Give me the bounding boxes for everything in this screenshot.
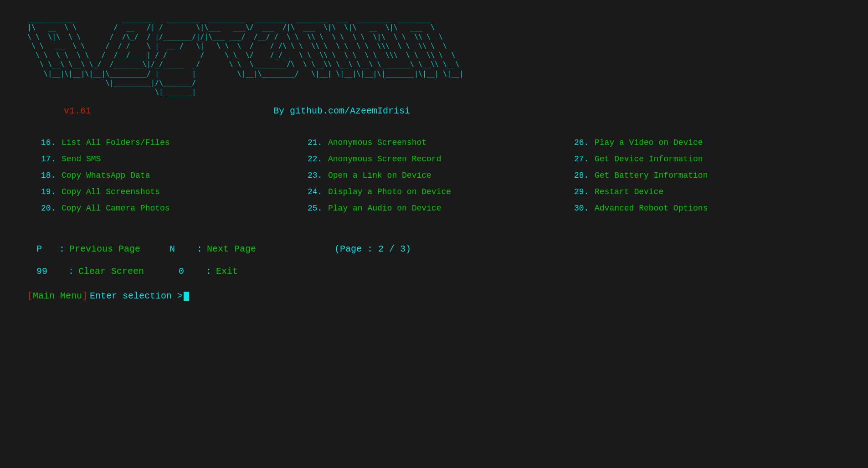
input-section[interactable]: [ Main Menu ] Enter selection >	[27, 291, 841, 301]
menu-item[interactable]: 19. Copy All Screenshots	[41, 184, 308, 200]
menu-item-label: Open a Link on Device	[328, 167, 431, 184]
menu-section: 16. List All Folders/Files17. Send SMS18…	[41, 134, 841, 216]
next-label: Next Page	[207, 239, 298, 259]
menu-item-label: Get Device Information	[595, 151, 703, 167]
menu-item-num: 23.	[308, 167, 328, 184]
menu-item-num: 20.	[41, 200, 62, 216]
prompt-text: Enter selection >	[90, 291, 183, 301]
menu-item[interactable]: 27. Get Device Information	[574, 151, 841, 167]
menu-item-num: 26.	[574, 134, 595, 151]
version-text: v1.61	[64, 106, 91, 116]
menu-col-1: 16. List All Folders/Files17. Send SMS18…	[41, 134, 308, 216]
clear-key: 99	[36, 262, 68, 282]
menu-item-label: Anonymous Screen Record	[328, 151, 441, 167]
menu-item-label: Play an Audio on Device	[328, 200, 441, 216]
menu-item-label: Anonymous Screenshot	[328, 134, 426, 151]
menu-item[interactable]: 23. Open a Link on Device	[308, 167, 574, 184]
clear-label: Clear Screen	[78, 262, 179, 282]
menu-item-num: 28.	[574, 167, 595, 184]
page-info: (Page : 2 / 3)	[334, 239, 411, 259]
menu-item-num: 30.	[574, 200, 595, 216]
menu-item[interactable]: 28. Get Battery Information	[574, 167, 841, 184]
by-text: By github.com/AzeemIdrisi	[273, 106, 410, 116]
menu-item-num: 25.	[308, 200, 328, 216]
menu-item[interactable]: 30. Advanced Reboot Options	[574, 200, 841, 216]
nav-row-page: P : Previous Page N : Next Page (Page : …	[36, 239, 841, 259]
menu-item-num: 19.	[41, 184, 62, 200]
menu-item[interactable]: 17. Send SMS	[41, 151, 308, 167]
menu-item-num: 17.	[41, 151, 62, 167]
menu-item-num: 21.	[308, 134, 328, 151]
menu-item[interactable]: 16. List All Folders/Files	[41, 134, 308, 151]
menu-item[interactable]: 21. Anonymous Screenshot	[308, 134, 574, 151]
clear-row: 99 : Clear Screen 0 : Exit	[36, 262, 841, 282]
menu-item-num: 29.	[574, 184, 595, 200]
menu-item[interactable]: 29. Restart Device	[574, 184, 841, 200]
menu-item-label: Copy WhatsApp Data	[62, 167, 150, 184]
menu-item[interactable]: 22. Anonymous Screen Record	[308, 151, 574, 167]
prompt-main-menu: Main Menu	[33, 291, 82, 301]
prompt-bracket-open: [	[27, 291, 33, 301]
nav-section: P : Previous Page N : Next Page (Page : …	[36, 239, 841, 282]
menu-item-label: Get Battery Information	[595, 167, 708, 184]
menu-item[interactable]: 24. Display a Photo on Device	[308, 184, 574, 200]
menu-item-label: Display a Photo on Device	[328, 184, 451, 200]
prev-key: P	[36, 239, 59, 259]
menu-item-num: 27.	[574, 151, 595, 167]
exit-label: Exit	[216, 262, 238, 282]
cursor	[184, 292, 189, 301]
menu-item-label: Copy All Camera Photos	[62, 200, 170, 216]
prompt-bracket-close: ]	[82, 291, 87, 301]
menu-item[interactable]: 18. Copy WhatsApp Data	[41, 167, 308, 184]
menu-col-3: 26. Play a Video on Device27. Get Device…	[574, 134, 841, 216]
version-line: v1.61 By github.com/AzeemIdrisi	[64, 106, 841, 116]
menu-col-2: 21. Anonymous Screenshot22. Anonymous Sc…	[308, 134, 574, 216]
menu-item-label: Copy All Screenshots	[62, 184, 160, 200]
next-key: N	[169, 239, 197, 259]
menu-item-label: Restart Device	[595, 184, 663, 200]
menu-item-label: Play a Video on Device	[595, 134, 703, 151]
menu-item[interactable]: 26. Play a Video on Device	[574, 134, 841, 151]
menu-item-num: 16.	[41, 134, 62, 151]
menu-item-label: Advanced Reboot Options	[595, 200, 708, 216]
menu-item-num: 22.	[308, 151, 328, 167]
menu-item-num: 18.	[41, 167, 62, 184]
menu-item[interactable]: 25. Play an Audio on Device	[308, 200, 574, 216]
menu-item[interactable]: 20. Copy All Camera Photos	[41, 200, 308, 216]
exit-key: 0	[179, 262, 206, 282]
prev-label: Previous Page	[69, 239, 169, 259]
ascii-art-header: ____________ ________ ________ _________…	[27, 14, 841, 97]
menu-item-label: Send SMS	[62, 151, 101, 167]
menu-item-label: List All Folders/Files	[62, 134, 170, 151]
menu-item-num: 24.	[308, 184, 328, 200]
